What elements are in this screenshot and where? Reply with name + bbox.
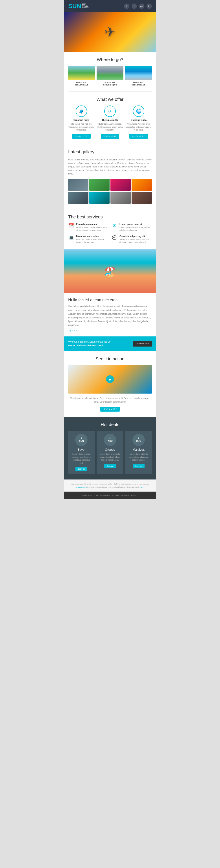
service-title-3: Fusce eursmod miseu [76,235,108,238]
service-item-3: 💻 Fusce eursmod miseu Pron dictum anttal… [68,235,108,244]
cta-line2: metus. Nulla facilisi nean nec! [68,344,103,347]
services-grid: 📅 Proin dictum entum Vestibulum taculas … [68,223,152,244]
offer-grid: 🧳 Quisque nulla Nulla facilis. Aen nec e… [68,105,152,139]
service-title-1: Proin dictum entum [76,223,108,225]
service-title-2: Lorem ipsum dolor sit [119,223,152,225]
plane-offer-icon: ✈ [104,105,116,117]
unsubscribe-link[interactable]: unsubscribing [76,486,87,488]
footer-notice-text3: . [143,486,144,488]
gallery-grid [68,179,152,204]
offer-click-here-1[interactable]: Click here [72,134,90,139]
egypt-signup-button[interactable]: Sign up [76,467,87,471]
service-item-2: ✉ Lorem ipsum dolor sit Lorem ipsum dolo… [112,223,152,232]
greece-signup-button[interactable]: Sign up [104,464,116,468]
where-to-go-section: Where to go? PORTA VELSCELERISQUE PORTA … [64,52,156,91]
plane-icon: ✈ [105,24,115,40]
offer-item-plane: ✈ Quisque nulla Nulla facilis. Aen nec e… [97,105,123,139]
offer-text-3: Nulla facilis. Aen nec eros. Vestibulum … [126,123,152,132]
footer-bottom: SUN. BEST TRAVEL AGENCY © 2014 PRIVACY P… [64,492,156,499]
maldives-price-dollar: $ [138,437,139,439]
here-link[interactable]: here [140,486,143,488]
offer-title-3: Quisque nulla [126,119,152,121]
deal-item-maldives: $ 999 Maldives Lorem dolor sit amet cons… [126,431,152,474]
gallery-thumb-4 [132,179,152,191]
play-button[interactable]: ▶ [106,375,114,383]
destination-eiffel-label: PORTA VELSCELERISQUE [97,81,123,86]
offer-text-1: Nulla facilis. Aen nec eros. Vestibulum … [68,123,94,132]
hot-deals-section: Hot deals $ 599 Egypt Lorem dolor sit am… [64,417,156,479]
twitter-icon[interactable]: t [132,3,137,9]
action-image: ▶ [68,365,152,394]
footer-copyright: SUN. BEST TRAVEL AGENCY © 2014 PRIVACY P… [82,494,138,496]
offer-item-luggage: 🧳 Quisque nulla Nulla facilis. Aen nec e… [68,105,94,139]
learn-more-button[interactable]: Learn more [100,407,120,411]
egypt-price-circle: $ 599 [75,434,87,446]
service-text-3: Pron dictum anttal anter. Lorem ipsum do… [76,238,108,244]
maldives-signup-button[interactable]: Sign up [133,464,145,468]
best-services-section: The best services 📅 Proin dictum entum V… [64,209,156,249]
offer-title-2: Quisque nulla [97,119,123,121]
service-text-2: Lorem ipsum dolor sit amet, telluer adip… [119,226,152,232]
destination-grid: PORTA VELSCELERISQUE PORTA VELSCELERISQU… [68,66,152,86]
chat-icon: 💬 [112,235,118,240]
download-now-button[interactable]: Download now! [133,341,152,346]
destination-item: PORTA VELSCELERISQUE [125,66,152,86]
globe-icon: 🌐 [133,105,144,117]
hot-deals-title: Hot deals [68,422,152,427]
gallery-thumb-8 [132,192,152,204]
try-link[interactable]: Try it out. [68,330,77,332]
beach-chairs-icon: 🏖️ [104,266,116,277]
what-we-offer-section: What we offer 🧳 Quisque nulla Nulla faci… [64,92,156,144]
see-in-action-section: See it in action ▶ Vestibulum iaculla la… [64,351,156,417]
footer-notice-text2: from this email or change your email not… [87,486,140,488]
gallery-thumb-1 [68,179,88,191]
footer-notice: You're receiving this email because you … [64,479,156,492]
service-text-1: Vestibulum taculas lacinia est. Pron dic… [76,226,108,232]
egypt-deal-text: Lorem dolor sit amet consectetur adipisc… [71,453,92,465]
cta-text: Vivamus eget nibh. Etiam cursus leo vel … [68,340,111,348]
offer-item-globe: 🌐 Quisque nulla Nulla facilis. Aen nec e… [126,105,152,139]
best-services-title: The best services [68,215,152,219]
destination-water-image [125,66,152,80]
maldives-price-num: 999 [136,439,141,443]
hero-image: ✈ [64,12,156,52]
maldives-price-circle: $ 999 [133,434,145,446]
gallery-thumb-2 [89,179,110,191]
egypt-price-num: 599 [79,439,84,443]
logo-sun: SUN [68,3,81,9]
egypt-destination: Egypt [71,448,92,452]
laptop-icon: 💻 [68,235,74,240]
google-plus-icon[interactable]: g+ [139,3,144,9]
greece-price-num: 749 [107,439,112,443]
offer-click-here-3[interactable]: Click here [129,134,147,139]
destination-item: PORTA VELSCELERISQUE [68,66,95,86]
what-we-offer-title: What we offer [68,97,152,102]
nulla-title: Nulla facilisi enean nec eros! [68,298,152,302]
destination-water-label: PORTA VELSCELERISQUE [125,81,152,86]
gallery-thumb-3 [110,179,131,191]
logo-wrap: SUN BESTTRAVELAGENCY [68,3,89,9]
service-title-4: Constelar adipiscing elit [119,235,152,238]
nulla-text: Vestibulum iaculla lacinia est. Pron dic… [68,305,152,327]
nulla-section: Nulla facilisi enean nec eros! Vestibulu… [64,293,156,336]
couple-image: 🏖️ [64,249,156,293]
offer-title-1: Quisque nulla [68,119,94,121]
where-to-go-title: Where to go? [68,57,152,62]
service-text-4: Vestibulum iaculla lacinia est. Pron dic… [119,238,152,244]
linkedin-icon[interactable]: in [146,3,152,9]
destination-eiffel-image [97,66,123,80]
greece-price-circle: $ 749 [104,434,116,446]
deal-item-greece: $ 749 Greece Lorem dolor pt am dolor sit… [97,431,123,474]
service-item-1: 📅 Proin dictum entum Vestibulum taculas … [68,223,108,232]
maldives-deal-text: Lorem dolor sit amet consectetur adipisc… [128,453,149,462]
social-icons: f t g+ in [124,3,152,9]
destination-beach-image [68,66,95,80]
facebook-icon[interactable]: f [124,3,129,9]
greece-destination: Greece [99,448,121,452]
gallery-intro-text: Nulla facilisi. Aen nec eros. Vestibulum… [68,158,152,176]
greece-price-dollar: $ [110,437,110,439]
offer-text-2: Nulla facilis. Aen nec eros. Vestibulum … [97,123,123,132]
offer-click-here-2[interactable]: Click here [101,134,119,139]
greece-deal-text: Lorem dolor pt am dolor sit amet exellen… [99,453,121,462]
footer-notice-text: You're receiving this email because you … [71,483,149,485]
